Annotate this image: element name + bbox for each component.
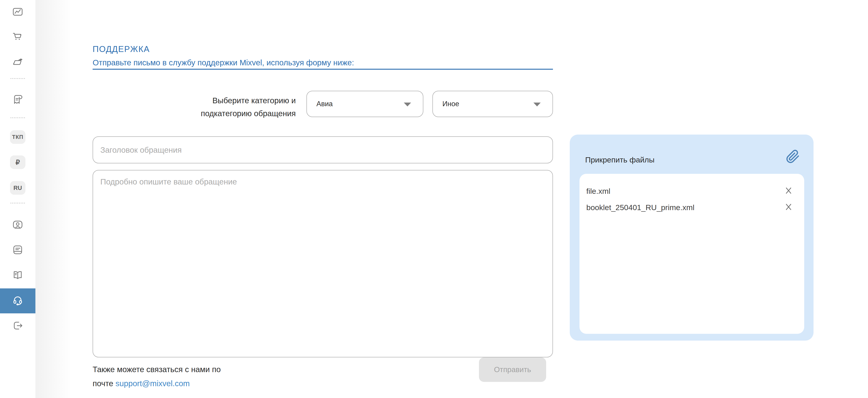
subcategory-select-value: Иное	[442, 100, 459, 108]
contact-note-line2: почте support@mixvel.com	[93, 376, 221, 391]
ruble-badge-label: ₽	[16, 158, 20, 166]
ticket-title-input[interactable]	[93, 136, 553, 163]
category-label-line1: Выберите категорию и	[93, 94, 296, 107]
open-box-icon	[12, 56, 24, 69]
open-book-icon	[12, 269, 24, 282]
category-select[interactable]: Авиа	[306, 91, 423, 117]
sidebar-item-tkp[interactable]: ТКП	[10, 130, 25, 144]
subcategory-select[interactable]: Иное	[432, 91, 553, 117]
sidebar-item-reference[interactable]	[0, 265, 35, 286]
sidebar-divider	[10, 203, 25, 203]
sidebar-item-dashboard[interactable]	[0, 1, 35, 23]
tkp-badge-label: ТКП	[12, 134, 23, 140]
receipt-icon	[12, 94, 24, 106]
ticket-description-textarea[interactable]	[93, 170, 553, 357]
chevron-down-icon	[404, 103, 411, 106]
close-icon	[784, 202, 793, 212]
category-label: Выберите категорию и подкатегорию обраще…	[93, 94, 296, 120]
sidebar-item-profile[interactable]	[0, 214, 35, 236]
paperclip-icon	[786, 161, 800, 165]
title-underline	[93, 69, 553, 70]
close-icon	[784, 186, 793, 196]
sidebar-item-receipts[interactable]	[0, 89, 35, 111]
sidebar-item-orders[interactable]	[0, 52, 35, 73]
chevron-down-icon	[533, 103, 541, 106]
sidebar-shadow	[35, 0, 72, 398]
language-badge-label: RU	[13, 185, 22, 192]
attached-file-row: booklet_250401_RU_prime.xml	[580, 199, 804, 215]
attached-files-list: file.xml booklet_250401_RU_prime.xml	[580, 174, 804, 334]
sidebar-divider	[10, 78, 25, 79]
chart-icon	[12, 6, 24, 19]
attach-files-button[interactable]	[786, 148, 800, 165]
sidebar-item-language[interactable]: RU	[10, 181, 25, 195]
attached-file-name: file.xml	[586, 187, 784, 196]
category-label-line2: подкатегорию обращения	[93, 107, 296, 120]
sidebar-item-logout[interactable]	[0, 315, 35, 337]
attached-file-row: file.xml	[580, 183, 804, 199]
sidebar-item-documents[interactable]	[0, 239, 35, 261]
sidebar-item-support[interactable]	[0, 289, 35, 313]
sidebar-item-cart[interactable]	[0, 26, 35, 48]
sidebar-item-currency[interactable]: ₽	[10, 156, 25, 169]
remove-file-button[interactable]	[784, 203, 793, 212]
sidebar-divider	[10, 117, 25, 118]
attachments-panel: Прикрепить файлы file.xml booklet_250401…	[570, 135, 813, 341]
contact-note-line1: Также можете связаться с нами по	[93, 362, 221, 376]
notebook-icon	[12, 244, 24, 257]
category-select-value: Авиа	[316, 100, 333, 108]
contact-note: Также можете связаться с нами по почте s…	[93, 362, 221, 391]
page-title: ПОДДЕРЖКА	[93, 44, 150, 54]
sidebar: ТКП ₽ RU	[0, 0, 35, 398]
attached-file-name: booklet_250401_RU_prime.xml	[586, 203, 784, 212]
attachments-title: Прикрепить файлы	[585, 156, 654, 164]
cart-icon	[12, 31, 24, 43]
page-subtitle: Отправьте письмо в службу поддержки Mixv…	[93, 58, 354, 67]
remove-file-button[interactable]	[784, 187, 793, 196]
headset-icon	[11, 294, 24, 308]
profile-card-icon	[12, 219, 24, 231]
logout-icon	[12, 320, 24, 332]
support-email-link[interactable]: support@mixvel.com	[116, 379, 190, 388]
submit-button[interactable]: Отправить	[479, 357, 546, 382]
